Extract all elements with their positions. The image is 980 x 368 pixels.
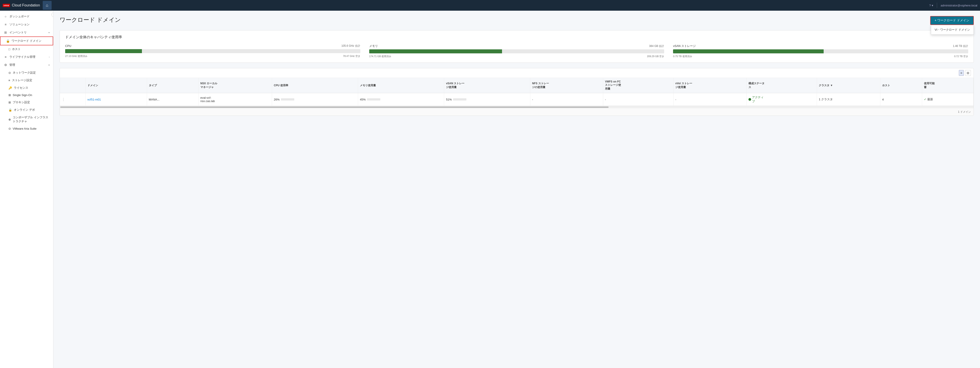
- row-cluster: 1 クラスタ: [817, 93, 880, 106]
- capacity-title: ドメイン全体のキャパシティ使用率: [65, 35, 968, 40]
- inventory-icon: ⊞: [3, 31, 8, 34]
- row-vmfs: -: [603, 93, 673, 106]
- col-domain[interactable]: ドメイン: [86, 78, 147, 93]
- horizontal-scrollbar[interactable]: [60, 106, 974, 108]
- page-title: ワークロード ドメイン: [60, 16, 121, 24]
- sidebar-item-online-depot[interactable]: 🔒 オンライン デポ: [0, 106, 53, 114]
- row-nfs: -: [530, 93, 603, 106]
- workload-domain-icon: 🔒: [6, 39, 10, 43]
- sidebar-item-management[interactable]: ⚙ 管理 ▾: [0, 61, 53, 69]
- vsan-pct-label: 51%: [446, 98, 452, 101]
- sidebar-item-solutions[interactable]: ≡ ソリューション: [0, 21, 53, 29]
- sidebar-item-hosts[interactable]: □ ホスト: [0, 45, 53, 53]
- sidebar-item-label: ダッシュボード: [10, 14, 49, 19]
- memory-progress-bar: [369, 49, 664, 53]
- row-domain[interactable]: vcf51-m01: [86, 93, 147, 106]
- sidebar-item-vmware-aria[interactable]: ⊙ VMware Aria Suite: [0, 125, 53, 132]
- cpu-pct-label: 26%: [274, 98, 280, 101]
- col-vsan[interactable]: vSAN ストレージ使用量: [444, 78, 530, 93]
- capacity-card: ドメイン全体のキャパシティ使用率 CPU 105.6 GHz 合計 27.13 …: [60, 30, 974, 63]
- dropdown-item-vi[interactable]: VI・ワークロード ドメイン: [931, 26, 974, 33]
- storage-icon: ≡: [8, 79, 10, 82]
- main-content: ワークロード ドメイン + ワークロード ドメイン VI・ワークロード ドメイン…: [53, 11, 980, 368]
- memory-pct-label: 45%: [360, 98, 366, 101]
- row-type: MANA...: [147, 93, 199, 106]
- app-name: Cloud Foundation: [12, 3, 40, 7]
- table-footer: 1 ドメイン: [60, 108, 974, 116]
- col-nsx[interactable]: NSX ローカルマネージャ: [199, 78, 272, 93]
- vsan-free: 0.72 TB 空き: [954, 55, 968, 58]
- col-cpu[interactable]: CPU 使用率: [272, 78, 358, 93]
- sidebar-item-dashboard[interactable]: ○ ダッシュボード: [0, 13, 53, 21]
- sidebar-item-label: コンポーザブル インフラストラクチャ: [13, 116, 49, 124]
- list-view-button[interactable]: ≡: [959, 70, 964, 76]
- network-icon: ⊙: [8, 71, 11, 75]
- sidebar: « ○ ダッシュボード ≡ ソリューション ⊞ インベントリ ▾ 🔒 ワークロー…: [0, 11, 53, 368]
- cpu-label: CPU: [65, 44, 71, 48]
- help-button[interactable]: ? ▾: [929, 4, 933, 7]
- cpu-total: 105.6 GHz 合計: [341, 44, 360, 48]
- home-button[interactable]: ⌂: [43, 1, 52, 10]
- domain-link[interactable]: vcf51-m01: [88, 98, 101, 101]
- sidebar-item-label: Single Sign-On: [13, 94, 32, 97]
- sidebar-item-label: ネットワーク設定: [13, 71, 36, 75]
- col-vmfs[interactable]: VMFS on FCストレージ使用量: [603, 78, 673, 93]
- col-vvol[interactable]: vVol ストレージ使用量: [673, 78, 746, 93]
- lifecycle-icon: ≡: [3, 55, 8, 59]
- row-status: アクティブ: [747, 93, 817, 106]
- user-label[interactable]: administrator@vsphere.local: [941, 4, 977, 7]
- sidebar-item-label: ライセンス: [14, 86, 28, 90]
- help-chevron: ▾: [932, 4, 933, 7]
- sidebar-item-storage-settings[interactable]: ≡ ストレージ設定: [0, 76, 53, 84]
- scrollbar-thumb[interactable]: [60, 106, 609, 108]
- page-header: ワークロード ドメイン + ワークロード ドメイン VI・ワークロード ドメイン: [60, 16, 974, 25]
- capacity-cpu: CPU 105.6 GHz 合計 27.13 GHz 使用済み 78.47 GH…: [65, 44, 360, 58]
- sidebar-item-label: オンライン デポ: [14, 108, 35, 112]
- col-nfs[interactable]: NFS ストレージの使用量: [530, 78, 603, 93]
- brand: vmw Cloud Foundation: [3, 3, 40, 7]
- row-memory: 45%: [358, 93, 444, 106]
- sidebar-item-inventory[interactable]: ⊞ インベントリ ▾: [0, 29, 53, 36]
- sso-icon: ⊞: [8, 94, 11, 97]
- col-cluster[interactable]: クラスタ ▼: [817, 78, 880, 93]
- sidebar-item-network-settings[interactable]: ⊙ ネットワーク設定: [0, 69, 53, 76]
- col-hosts[interactable]: ホスト: [880, 78, 922, 93]
- add-workload-button[interactable]: + ワークロード ドメイン: [930, 16, 974, 25]
- solutions-icon: ≡: [3, 23, 8, 26]
- sidebar-item-label: ストレージ設定: [12, 78, 32, 82]
- memory-used: 174.71 GB 使用済み: [369, 55, 391, 58]
- table-scroll[interactable]: ドメイン タイプ NSX ローカルマネージャ CPU 使用率 メモリ使用量 vS…: [60, 78, 974, 106]
- sidebar-item-license[interactable]: 🔑 ライセンス: [0, 84, 53, 92]
- vsan-label: vSAN ストレージ: [673, 44, 696, 48]
- cpu-progress-bar: [65, 49, 360, 53]
- grid-view-icon: ⊞: [967, 71, 969, 75]
- table-header-row: ドメイン タイプ NSX ローカルマネージャ CPU 使用率 メモリ使用量 vS…: [60, 78, 974, 93]
- memory-total: 384 GB 合計: [649, 44, 664, 48]
- grid-view-button[interactable]: ⊞: [965, 70, 971, 76]
- row-handle: ⋮: [60, 93, 86, 106]
- table-toolbar: ≡ ⊞: [60, 68, 974, 78]
- hosts-icon: □: [8, 48, 10, 51]
- row-vsan: 51%: [444, 93, 530, 106]
- col-available[interactable]: 使用可能蓄: [922, 78, 974, 93]
- status-label: アクティブ: [752, 95, 764, 103]
- sidebar-item-workload-domain[interactable]: 🔒 ワークロード ドメイン: [0, 36, 53, 45]
- vmw-logo: vmw: [3, 4, 10, 7]
- cpu-free: 78.47 GHz 空き: [343, 54, 360, 58]
- dashboard-icon: ○: [3, 15, 8, 18]
- sidebar-item-composable[interactable]: ⊕ コンポーザブル インフラストラクチャ: [0, 114, 53, 125]
- memory-label: メモリ: [369, 44, 378, 48]
- app-header: vmw Cloud Foundation ⌂ ? ▾ administrator…: [0, 0, 980, 11]
- status-indicator: [748, 98, 751, 101]
- sidebar-item-proxy[interactable]: ⊞ プロキシ設定: [0, 98, 53, 106]
- col-status[interactable]: 構成ステータス: [747, 78, 817, 93]
- sidebar-item-label: ホスト: [12, 47, 21, 51]
- vsan-total: 1.46 TB 合計: [953, 44, 968, 48]
- col-type[interactable]: タイプ: [147, 78, 199, 93]
- memory-progress-fill: [369, 49, 502, 53]
- capacity-vsan: vSAN ストレージ 1.46 TB 合計 0.75 TB 使用済み 0.72 …: [673, 44, 968, 58]
- sidebar-item-lifecycle[interactable]: ≡ ライフサイクル管理 ›: [0, 53, 53, 61]
- app-body: « ○ ダッシュボード ≡ ソリューション ⊞ インベントリ ▾ 🔒 ワークロー…: [0, 11, 980, 368]
- col-memory[interactable]: メモリ使用量: [358, 78, 444, 93]
- sidebar-item-sso[interactable]: ⊞ Single Sign-On: [0, 92, 53, 98]
